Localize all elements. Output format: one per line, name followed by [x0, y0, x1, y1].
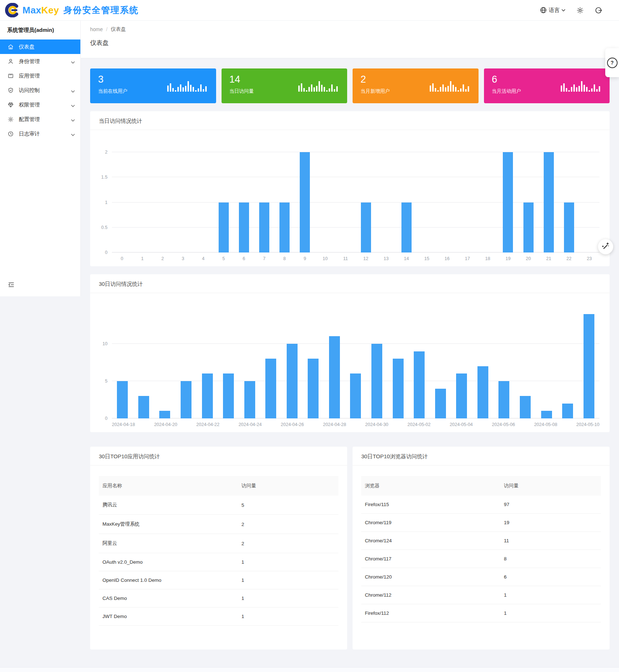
bar: [520, 396, 531, 418]
sidebar-item-access[interactable]: 访问控制: [0, 83, 80, 97]
x-tick-label: 1: [132, 256, 152, 263]
sidebar-collapse-button[interactable]: [8, 282, 14, 289]
x-tick-label: 16: [437, 256, 457, 263]
bar-slot: [518, 140, 539, 252]
bar-slot: [176, 303, 197, 418]
x-tick-label: 0: [112, 256, 132, 263]
bar-slot: [417, 140, 437, 252]
cell-name: Firefox/115: [361, 496, 500, 514]
bar: [279, 203, 290, 252]
main-area: home / 仪表盘 仪表盘 3当前在线用户14当日访问量2当月新增用户6当月活…: [81, 20, 619, 650]
chart-body: 1050 2024-04-182024-04-202024-04-222024-…: [90, 293, 610, 432]
x-tick-label: 2024-05-02: [407, 422, 430, 429]
language-switcher[interactable]: 语言: [540, 7, 565, 14]
x-tick-label: 4: [193, 256, 214, 263]
bar-slot: [112, 303, 133, 418]
cell-name: OAuth v2.0_Demo: [99, 553, 238, 571]
chart-body: 21.510.50 012345678910111213141516171819…: [90, 130, 610, 266]
table-header-row: 浏览器访问量: [361, 476, 601, 496]
sidebar-item-config[interactable]: 配置管理: [0, 112, 80, 126]
page-head: home / 仪表盘 仪表盘: [81, 20, 619, 58]
column-header: 应用名称: [99, 476, 238, 496]
page-title: 仪表盘: [90, 39, 610, 47]
bar-slot: [234, 140, 254, 252]
x-axis: 01234567891011121314151617181920212223: [95, 256, 599, 263]
table-row: CAS Demo1: [99, 589, 338, 608]
x-tick-label: 2024-05-06: [492, 422, 515, 429]
cell-visits: 6: [500, 568, 601, 586]
breadcrumb: home / 仪表盘: [90, 26, 610, 33]
theme-wand-button[interactable]: [598, 239, 613, 254]
panel-title: 30日访问情况统计: [99, 281, 601, 288]
logout-button[interactable]: [595, 7, 602, 14]
bar: [244, 381, 255, 418]
cell-visits: 19: [500, 514, 601, 532]
breadcrumb-home-link[interactable]: home: [90, 26, 103, 32]
bar-slot: [515, 303, 536, 418]
cell-name: 腾讯云: [99, 496, 238, 515]
sidebar-item-permission[interactable]: 权限管理: [0, 97, 80, 112]
sidebar-item-audit[interactable]: 日志审计: [0, 126, 80, 141]
bar-slot: [133, 303, 155, 418]
plot-area: [112, 303, 599, 418]
x-tick-label: [346, 422, 365, 429]
x-tick-label: 2: [152, 256, 173, 263]
user-icon: [8, 58, 14, 64]
x-tick-label: 14: [396, 256, 417, 263]
bar: [544, 152, 554, 252]
bar: [477, 366, 488, 418]
help-button[interactable]: ?: [605, 48, 619, 77]
stat-card-4: 6当月活动用户: [484, 68, 610, 103]
gear-icon: [576, 7, 584, 14]
bar: [181, 381, 191, 418]
bar: [350, 373, 361, 418]
bar-slot: [493, 303, 515, 418]
y-tick-label: 0.5: [101, 225, 108, 230]
sidebar-item-identity[interactable]: 身份管理: [0, 54, 80, 68]
cell-visits: 1: [500, 586, 601, 604]
bar-slot: [430, 303, 451, 418]
bar-slot: [274, 140, 295, 252]
sidebar-item-label: 身份管理: [19, 58, 40, 65]
mini-bar-chart-icon: [167, 80, 207, 92]
x-tick-label: 21: [539, 256, 559, 263]
x-tick-label: 2024-04-26: [281, 422, 304, 429]
top-apps-table-panel: 30日TOP10应用访问统计 应用名称访问量 腾讯云5MaxKey管理系统2阿里…: [90, 447, 347, 650]
bar-slot: [254, 140, 274, 252]
x-axis: 2024-04-182024-04-202024-04-222024-04-24…: [95, 422, 599, 429]
bar: [435, 389, 446, 418]
table-row: Chrome/1178: [361, 550, 601, 568]
x-tick-label: 2024-05-04: [450, 422, 473, 429]
x-tick-label: [473, 422, 492, 429]
bar: [541, 411, 552, 418]
bar: [401, 203, 412, 252]
cell-name: 阿里云: [99, 534, 238, 553]
bar: [308, 359, 319, 418]
cell-name: Chrome/112: [361, 586, 500, 604]
cell-name: OpenID Connect 1.0 Demo: [99, 571, 238, 589]
plot-area: [112, 140, 599, 252]
x-tick-label: [262, 422, 281, 429]
tables-row: 30日TOP10应用访问统计 应用名称访问量 腾讯云5MaxKey管理系统2阿里…: [90, 439, 610, 650]
column-header: 访问量: [500, 476, 601, 496]
column-header: 访问量: [238, 476, 338, 496]
x-tick-label: 8: [274, 256, 295, 263]
chevron-down-icon: [71, 117, 75, 123]
app-header: MaxKey 身份安全管理系统 语言: [0, 0, 619, 21]
bars: [112, 140, 599, 252]
cell-name: MaxKey管理系统: [99, 515, 238, 534]
stat-card-1: 3当前在线用户: [90, 68, 216, 103]
sidebar-item-apps[interactable]: 应用管理: [0, 68, 80, 83]
bar-slot: [536, 303, 557, 418]
settings-button[interactable]: [576, 7, 584, 14]
bar-slot: [335, 140, 355, 252]
table-row: 腾讯云5: [99, 496, 338, 515]
top-apps-table: 应用名称访问量 腾讯云5MaxKey管理系统2阿里云2OAuth v2.0_De…: [99, 476, 338, 626]
sidebar-item-dashboard[interactable]: 仪表盘: [0, 39, 80, 54]
x-tick-label: 11: [335, 256, 355, 263]
bar-slot: [437, 140, 457, 252]
table-row: Firefox/1121: [361, 604, 601, 622]
sidebar-item-label: 日志审计: [19, 130, 40, 137]
bar-slot: [356, 140, 376, 252]
cell-visits: 1: [500, 604, 601, 622]
